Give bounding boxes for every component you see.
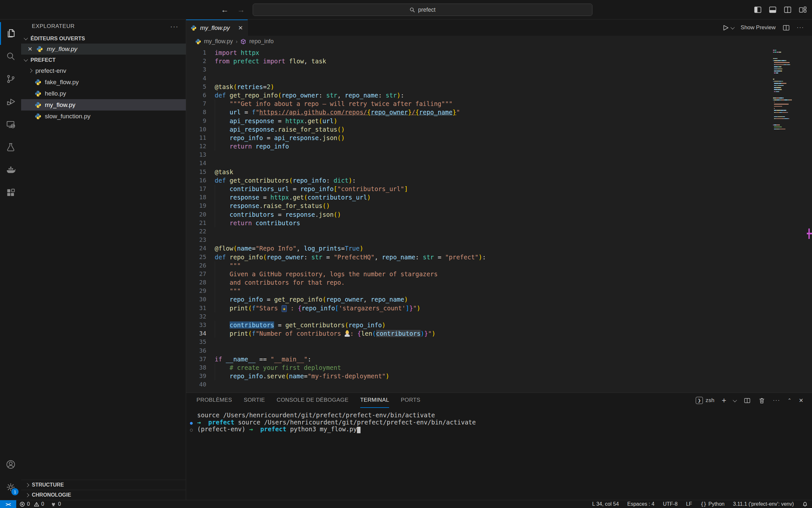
panel-more-actions-icon[interactable]: ··· — [773, 397, 780, 404]
breadcrumb-file[interactable]: my_flow.py — [204, 38, 233, 45]
line-number: 8 — [186, 108, 215, 116]
terminal-text: python3 my_flow.py — [286, 425, 357, 433]
language-mode-status[interactable]: {} Python — [697, 500, 729, 508]
history-forward-icon[interactable]: → — [237, 5, 245, 14]
line-number: 21 — [186, 219, 215, 227]
code-line: 15@task — [186, 168, 773, 176]
tab-close-icon[interactable]: ✕ — [238, 25, 243, 32]
command-decoration-icon[interactable]: ● — [190, 420, 193, 427]
code-line: 26 """ — [186, 261, 773, 270]
line-number: 23 — [186, 236, 215, 244]
line-number: 32 — [186, 312, 215, 321]
python-file-icon — [36, 46, 43, 52]
section-open-editors[interactable]: ÉDITEURS OUVERTS — [21, 33, 186, 44]
line-number: 26 — [186, 261, 215, 270]
encoding-status[interactable]: UTF-8 — [659, 500, 682, 508]
line-number: 25 — [186, 253, 215, 261]
ports-status[interactable]: 0 — [47, 500, 64, 508]
line-number: 39 — [186, 372, 215, 380]
split-terminal-icon[interactable] — [744, 397, 751, 404]
breadcrumb: my_flow.py › repo_info — [186, 36, 812, 47]
open-editor-my-flow[interactable]: ✕ my_flow.py — [21, 44, 186, 55]
kill-terminal-trash-icon[interactable] — [758, 397, 766, 404]
activity-run-debug-icon[interactable] — [0, 90, 21, 113]
activity-docker-icon[interactable] — [0, 159, 21, 181]
section-timeline[interactable]: CHRONOLOGIE — [21, 490, 186, 500]
history-back-icon[interactable]: ← — [221, 5, 229, 14]
notifications-bell-icon[interactable] — [798, 500, 812, 508]
terminal-text: source /Users/henricourdent/git/prefect/… — [197, 412, 435, 419]
overview-ruler-cursor-mark — [807, 233, 812, 234]
split-editor-icon[interactable] — [782, 24, 790, 32]
terminal-shell-selector[interactable]: ❯ zsh — [696, 397, 715, 404]
remote-indicator[interactable]: >< — [0, 500, 16, 508]
customize-layout-icon[interactable] — [798, 5, 807, 14]
code-line: 14 — [186, 159, 773, 167]
line-number: 40 — [186, 380, 215, 389]
minimap[interactable] — [773, 50, 805, 133]
section-outline[interactable]: STRUCTURE — [21, 480, 186, 490]
settings-gear-icon[interactable]: 1 — [0, 476, 21, 499]
toggle-panel-icon[interactable] — [768, 5, 777, 14]
run-python-file-button[interactable] — [721, 24, 734, 32]
tree-item-slow-function[interactable]: slow_function.py — [21, 111, 186, 122]
code-editor[interactable]: 1import httpx2from prefect import flow, … — [186, 47, 812, 393]
code-line: 9 api_response = httpx.get(url) — [186, 117, 773, 125]
code-line: 29 """ — [186, 287, 773, 295]
code-line: 31 print(f"Stars ★ : {repo_info['stargaz… — [186, 304, 773, 312]
activity-source-control-icon[interactable] — [0, 68, 21, 90]
breadcrumb-symbol[interactable]: repo_info — [249, 38, 274, 45]
tree-item-hello[interactable]: hello.py — [21, 88, 186, 99]
activity-testing-icon[interactable] — [0, 136, 21, 159]
sidebar-title: EXPLORATEUR — [32, 23, 75, 30]
panel-tab-problems[interactable]: PROBLÈMES — [196, 393, 232, 408]
code-line: 17 contributors_url = repo_info["contrib… — [186, 184, 773, 193]
panel-tab-output[interactable]: SORTIE — [244, 393, 265, 408]
maximize-panel-icon[interactable]: ⌃ — [787, 397, 792, 404]
close-icon[interactable]: ✕ — [28, 45, 33, 53]
status-bar: >< 0 0 0 L 34, col 54 Espaces : 4 UTF-8 … — [0, 500, 812, 508]
panel-tab-ports[interactable]: PORTS — [401, 393, 420, 408]
terminal-text: prefect — [260, 425, 286, 433]
code-line: 40 — [186, 380, 773, 389]
terminal-text: → — [249, 425, 253, 433]
close-panel-icon[interactable]: ✕ — [799, 397, 804, 404]
code-line: 35 — [186, 338, 773, 346]
activity-extensions-icon[interactable] — [0, 181, 21, 204]
line-number: 15 — [186, 168, 215, 176]
tab-my-flow[interactable]: my_flow.py ✕ — [186, 19, 248, 36]
bottom-panel: PROBLÈMES SORTIE CONSOLE DE DÉBOGAGE TER… — [186, 393, 812, 500]
tree-item-my-flow[interactable]: my_flow.py — [21, 99, 186, 111]
code-line: 34 print(f"Number of contributors : {len… — [186, 329, 773, 338]
toggle-sidebar-icon[interactable] — [754, 5, 762, 14]
editor-more-actions-icon[interactable]: ··· — [797, 25, 804, 31]
indentation-status[interactable]: Espaces : 4 — [623, 500, 659, 508]
problems-status[interactable]: 0 0 — [16, 500, 47, 508]
line-number: 29 — [186, 287, 215, 295]
python-interpreter-status[interactable]: 3.11.1 ('prefect-env': venv) — [729, 500, 798, 508]
explorer-more-actions-icon[interactable]: ··· — [170, 23, 179, 30]
tree-item-fake-flow[interactable]: fake_flow.py — [21, 76, 186, 88]
activity-search-icon[interactable] — [0, 45, 21, 68]
eol-status[interactable]: LF — [682, 500, 697, 508]
section-project[interactable]: PREFECT — [21, 55, 186, 65]
terminal-dropdown-icon[interactable] — [733, 398, 737, 402]
person-emoji — [345, 330, 350, 337]
code-line: 2from prefect import flow, task — [186, 57, 773, 65]
toggle-secondary-sidebar-icon[interactable] — [783, 5, 792, 14]
line-number: 12 — [186, 142, 215, 151]
panel-tab-terminal[interactable]: TERMINAL — [360, 393, 389, 408]
accounts-icon[interactable] — [0, 453, 21, 476]
line-number: 28 — [186, 278, 215, 287]
panel-tab-debug-console[interactable]: CONSOLE DE DÉBOGAGE — [277, 393, 348, 408]
cursor-position-status[interactable]: L 34, col 54 — [588, 500, 623, 508]
new-terminal-icon[interactable]: + — [722, 396, 726, 405]
tree-item-prefect-env[interactable]: prefect-env — [21, 65, 186, 76]
command-center-search[interactable]: prefect — [253, 4, 592, 16]
show-preview-button[interactable]: Show Preview — [741, 25, 776, 31]
activity-remote-explorer-icon[interactable] — [0, 113, 21, 136]
run-dropdown-icon[interactable] — [730, 25, 735, 29]
prompt-decoration-icon[interactable]: ○ — [190, 426, 193, 433]
activity-explorer-icon[interactable] — [0, 22, 21, 45]
terminal-output[interactable]: source /Users/henricourdent/git/prefect/… — [186, 408, 812, 500]
